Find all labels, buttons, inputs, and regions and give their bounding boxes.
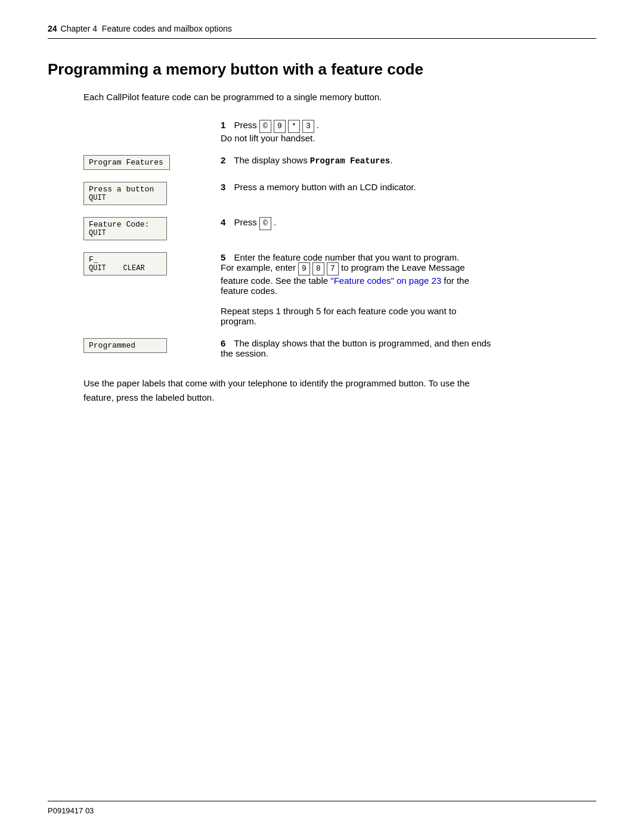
key-8-example: 8 bbox=[312, 262, 324, 275]
lcd-program-features: Program Features bbox=[83, 155, 170, 170]
lcd-line1-step6: Programmed bbox=[89, 341, 160, 350]
step-2-num: 2 bbox=[221, 155, 225, 165]
footer-para: Use the paper labels that come with your… bbox=[83, 376, 596, 405]
step-5-right: 5 Enter the feature code number that you… bbox=[221, 252, 596, 326]
step-6-num: 6 bbox=[221, 338, 225, 348]
lcd-f-blank: F_ QUIT CLEAR bbox=[83, 252, 167, 275]
steps-container: 1 Press © 9 * 3 . Do not lift your hands… bbox=[83, 120, 596, 358]
step-5-num: 5 bbox=[221, 252, 225, 262]
lcd-feature-code: Feature Code: QUIT bbox=[83, 217, 167, 240]
step-3: Press a button QUIT 3 Press a memory but… bbox=[83, 182, 596, 205]
step-2-right: 2 The display shows Program Features. bbox=[221, 155, 596, 166]
step-4-right: 4 Press © . bbox=[221, 217, 596, 230]
display-text-step2: Program Features bbox=[310, 156, 390, 166]
step-2: Program Features 2 The display shows Pro… bbox=[83, 155, 596, 170]
lcd-line2-step3: QUIT bbox=[89, 194, 160, 202]
header-chapter-title: Feature codes and mailbox options bbox=[102, 24, 232, 33]
key-c: © bbox=[259, 120, 271, 133]
step-6-right: 6 The display shows that the button is p… bbox=[221, 338, 596, 358]
page-container: 24 Chapter 4 Feature codes and mailbox o… bbox=[0, 0, 644, 451]
lcd-line2-step4: QUIT bbox=[89, 229, 160, 237]
lcd-programmed: Programmed bbox=[83, 338, 167, 353]
doc-number: P0919417 03 bbox=[48, 806, 94, 815]
step-4: Feature Code: QUIT 4 Press © . bbox=[83, 217, 596, 240]
step-6: Programmed 6 The display shows that the … bbox=[83, 338, 596, 358]
step-4-lcd-col: Feature Code: QUIT bbox=[83, 217, 209, 240]
key-9-example: 9 bbox=[298, 262, 310, 275]
step-6-lcd-col: Programmed bbox=[83, 338, 209, 353]
step-2-lcd-col: Program Features bbox=[83, 155, 209, 170]
page-footer: P0919417 03 bbox=[48, 801, 596, 815]
key-9: 9 bbox=[274, 120, 286, 133]
lcd-line1-step3: Press a button bbox=[89, 185, 160, 194]
key-c-step4: © bbox=[259, 217, 271, 230]
feature-codes-link[interactable]: "Feature codes" on page 23 bbox=[330, 275, 441, 286]
lcd-line1-step2: Program Features bbox=[89, 158, 163, 167]
key-star: * bbox=[288, 120, 300, 133]
step-1-right: 1 Press © 9 * 3 . Do not lift your hands… bbox=[221, 120, 596, 143]
step-1-num: 1 bbox=[221, 120, 225, 130]
key-3: 3 bbox=[302, 120, 314, 133]
page-number: 24 bbox=[48, 24, 57, 33]
lcd-line2-step5: QUIT CLEAR bbox=[89, 264, 160, 272]
lcd-line1-step5: F_ bbox=[89, 255, 160, 264]
page-header: 24 Chapter 4 Feature codes and mailbox o… bbox=[48, 24, 596, 39]
lcd-press-button: Press a button QUIT bbox=[83, 182, 167, 205]
step-5-lcd-col: F_ QUIT CLEAR bbox=[83, 252, 209, 275]
key-7-example: 7 bbox=[327, 262, 339, 275]
step-4-num: 4 bbox=[221, 217, 225, 227]
lcd-line1-step4: Feature Code: bbox=[89, 220, 160, 229]
step-3-lcd-col: Press a button QUIT bbox=[83, 182, 209, 205]
section-title: Programming a memory button with a featu… bbox=[48, 60, 596, 79]
step-1: 1 Press © 9 * 3 . Do not lift your hands… bbox=[83, 120, 596, 143]
step-3-right: 3 Press a memory button with an LCD indi… bbox=[221, 182, 596, 192]
header-chapter: Chapter 4 bbox=[61, 24, 97, 33]
intro-text: Each CallPilot feature code can be progr… bbox=[83, 92, 596, 102]
step-3-num: 3 bbox=[221, 182, 225, 192]
step-5: F_ QUIT CLEAR 5 Enter the feature code n… bbox=[83, 252, 596, 326]
